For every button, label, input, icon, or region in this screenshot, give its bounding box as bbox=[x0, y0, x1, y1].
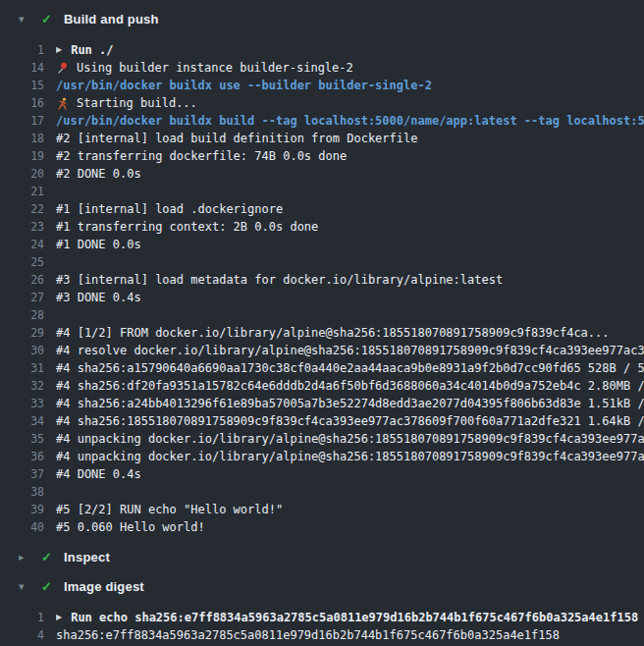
log-line: 39#5 [2/2] RUN echo "Hello world!" bbox=[0, 501, 644, 518]
log-line-content: /usr/bin/docker buildx use --builder bui… bbox=[56, 79, 644, 92]
log-line: 14Using builder instance builder-single-… bbox=[0, 59, 644, 77]
line-number[interactable]: 27 bbox=[0, 291, 44, 304]
log-text: #3 DONE 0.4s bbox=[56, 291, 141, 304]
section-title-image-digest: Image digest bbox=[64, 579, 144, 594]
line-number[interactable]: 17 bbox=[0, 114, 44, 128]
line-number[interactable]: 30 bbox=[0, 344, 44, 357]
log-lines-build-and-push: 1▶Run ./14Using builder instance builder… bbox=[0, 41, 644, 536]
line-number[interactable]: 40 bbox=[0, 520, 44, 534]
log-line-content: #4 unpacking docker.io/library/alpine@sh… bbox=[56, 450, 644, 463]
runner-icon bbox=[56, 97, 69, 110]
line-number[interactable]: 36 bbox=[0, 450, 44, 463]
line-number[interactable]: 22 bbox=[0, 202, 44, 216]
log-text: #4 DONE 0.4s bbox=[56, 467, 141, 481]
log-text: #4 sha256:185518070891758909c9f839cf4ca3… bbox=[56, 414, 644, 428]
section-header-build-and-push[interactable]: ▾✓Build and push bbox=[0, 4, 644, 33]
play-icon[interactable]: ▶ bbox=[56, 614, 62, 621]
check-icon: ✓ bbox=[41, 551, 56, 564]
check-icon: ✓ bbox=[41, 580, 56, 593]
line-number[interactable]: 37 bbox=[0, 467, 44, 481]
log-line-content: #5 [2/2] RUN echo "Hello world!" bbox=[56, 503, 644, 516]
log-text: #5 [2/2] RUN echo "Hello world!" bbox=[56, 503, 283, 516]
log-text: #2 transferring dockerfile: 74B 0.0s don… bbox=[56, 149, 347, 163]
line-number[interactable]: 19 bbox=[0, 149, 44, 163]
line-number[interactable]: 33 bbox=[0, 397, 44, 410]
log-lines-image-digest: 1▶Run echo sha256:e7ff8834a5963a2785c5a0… bbox=[0, 609, 644, 644]
line-number[interactable]: 24 bbox=[0, 238, 44, 251]
section-header-image-digest[interactable]: ▾✓Image digest bbox=[0, 571, 644, 601]
log-line: 16Starting build... bbox=[0, 94, 644, 112]
line-number[interactable]: 29 bbox=[0, 326, 44, 340]
log-text: #4 sha256:a15790640a6690aa1730c38cf0a440… bbox=[56, 361, 644, 375]
log-line: 38 bbox=[0, 483, 644, 501]
line-number[interactable]: 38 bbox=[0, 485, 44, 499]
log-line-content: ▶Run echo sha256:e7ff8834a5963a2785c5a08… bbox=[56, 611, 644, 624]
line-number[interactable]: 34 bbox=[0, 414, 44, 428]
log-text: #1 DONE 0.0s bbox=[56, 238, 141, 251]
line-number[interactable]: 39 bbox=[0, 503, 44, 516]
line-number[interactable]: 18 bbox=[0, 132, 44, 145]
section-title-inspect: Inspect bbox=[64, 550, 110, 565]
log-line-content: #2 DONE 0.0s bbox=[56, 167, 644, 181]
log-line-content: #2 [internal] load build definition from… bbox=[56, 132, 644, 145]
log-text: Run ./ bbox=[71, 43, 113, 57]
log-line-content: #4 DONE 0.4s bbox=[56, 467, 644, 481]
line-number[interactable]: 16 bbox=[0, 96, 44, 110]
log-line: 17/usr/bin/docker buildx build --tag loc… bbox=[0, 112, 644, 130]
log-text: #2 [internal] load build definition from… bbox=[56, 132, 417, 145]
line-number[interactable]: 14 bbox=[0, 61, 44, 75]
log-line-content: Using builder instance builder-single-2 bbox=[56, 61, 644, 75]
log-line-content: ▶Run ./ bbox=[56, 43, 644, 57]
log-line: 34#4 sha256:185518070891758909c9f839cf4c… bbox=[0, 412, 644, 430]
log-line-content: #4 sha256:185518070891758909c9f839cf4ca3… bbox=[56, 414, 644, 428]
log-text: #4 unpacking docker.io/library/alpine@sh… bbox=[56, 450, 644, 463]
caret-right-icon[interactable]: ▸ bbox=[19, 552, 32, 563]
log-text: #5 0.060 Hello world! bbox=[56, 520, 205, 534]
log-line: 1▶Run echo sha256:e7ff8834a5963a2785c5a0… bbox=[0, 609, 644, 626]
log-line-content: #3 [internal] load metadata for docker.i… bbox=[56, 273, 644, 287]
log-line-content: Starting build... bbox=[56, 96, 644, 110]
line-number[interactable]: 23 bbox=[0, 220, 44, 234]
line-number[interactable]: 28 bbox=[0, 308, 44, 322]
log-line-content: #4 sha256:a24bb4013296f61e89ba57005a7b3e… bbox=[56, 397, 644, 410]
log-line-content: #4 resolve docker.io/library/alpine@sha2… bbox=[56, 344, 644, 357]
play-icon[interactable]: ▶ bbox=[56, 46, 62, 54]
log-viewer: ▾✓Build and push1▶Run ./14Using builder … bbox=[0, 0, 644, 644]
log-line: 4sha256:e7ff8834a5963a2785c5a0811e979d16… bbox=[0, 626, 644, 644]
line-number[interactable]: 25 bbox=[0, 255, 44, 269]
log-text: #4 sha256:a24bb4013296f61e89ba57005a7b3e… bbox=[56, 397, 644, 410]
log-line-content: #1 DONE 0.0s bbox=[56, 238, 644, 251]
log-line-content: #1 transferring context: 2B 0.0s done bbox=[56, 220, 644, 234]
log-line: 15/usr/bin/docker buildx use --builder b… bbox=[0, 77, 644, 94]
line-number[interactable]: 15 bbox=[0, 79, 44, 92]
log-line-content: #4 sha256:a15790640a6690aa1730c38cf0a440… bbox=[56, 361, 644, 375]
line-number[interactable]: 21 bbox=[0, 185, 44, 198]
line-number[interactable]: 35 bbox=[0, 432, 44, 446]
log-line: 19#2 transferring dockerfile: 74B 0.0s d… bbox=[0, 147, 644, 165]
section-header-inspect[interactable]: ▸✓Inspect bbox=[0, 542, 644, 571]
log-text: #3 [internal] load metadata for docker.i… bbox=[56, 273, 503, 287]
line-number[interactable]: 4 bbox=[0, 628, 44, 642]
log-line: 37#4 DONE 0.4s bbox=[0, 465, 644, 483]
line-number[interactable]: 32 bbox=[0, 379, 44, 393]
line-number[interactable]: 1 bbox=[0, 611, 44, 624]
log-line: 18#2 [internal] load build definition fr… bbox=[0, 130, 644, 147]
line-number[interactable]: 31 bbox=[0, 361, 44, 375]
log-line: 40#5 0.060 Hello world! bbox=[0, 518, 644, 536]
caret-down-icon[interactable]: ▾ bbox=[19, 14, 32, 25]
log-text: Using builder instance builder-single-2 bbox=[77, 61, 353, 75]
section-title-build-and-push: Build and push bbox=[64, 12, 159, 27]
log-line: 22#1 [internal] load .dockerignore bbox=[0, 200, 644, 218]
log-text: #4 resolve docker.io/library/alpine@sha2… bbox=[56, 344, 644, 357]
log-line: 20#2 DONE 0.0s bbox=[0, 165, 644, 183]
log-line: 1▶Run ./ bbox=[0, 41, 644, 59]
log-text: Run echo sha256:e7ff8834a5963a2785c5a081… bbox=[71, 611, 638, 624]
log-line: 28 bbox=[0, 306, 644, 324]
line-number[interactable]: 1 bbox=[0, 43, 44, 57]
caret-down-icon[interactable]: ▾ bbox=[19, 581, 32, 592]
log-text: #1 [internal] load .dockerignore bbox=[56, 202, 283, 216]
log-text: #4 unpacking docker.io/library/alpine@sh… bbox=[56, 432, 644, 446]
log-line: 29#4 [1/2] FROM docker.io/library/alpine… bbox=[0, 324, 644, 342]
line-number[interactable]: 20 bbox=[0, 167, 44, 181]
line-number[interactable]: 26 bbox=[0, 273, 44, 287]
